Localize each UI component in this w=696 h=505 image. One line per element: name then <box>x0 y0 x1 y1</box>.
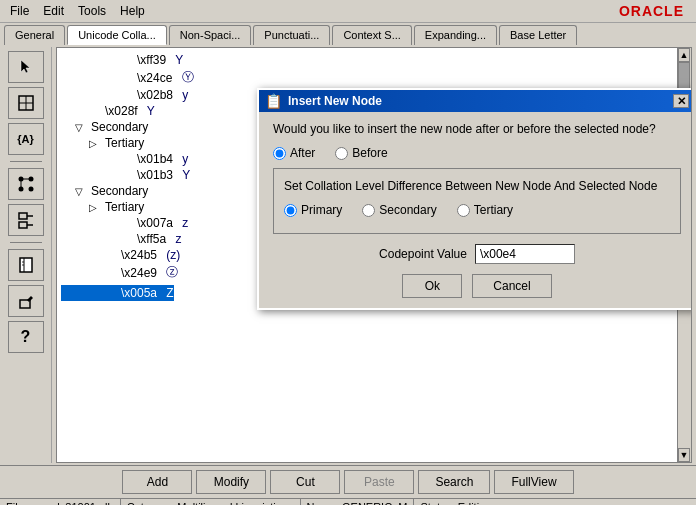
left-toolbar: {A} ? <box>0 47 52 463</box>
menu-help[interactable]: Help <box>114 2 151 20</box>
codepoint-input[interactable] <box>475 244 575 264</box>
oracle-logo: ORACLE <box>619 3 692 19</box>
cut-button[interactable]: Cut <box>270 470 340 494</box>
menu-items: File Edit Tools Help <box>4 2 151 20</box>
primary-label: Primary <box>301 203 342 217</box>
after-label: After <box>290 146 315 160</box>
codepoint-label: Codepoint Value <box>379 247 467 261</box>
tertiary-label: Tertiary <box>474 203 513 217</box>
menu-file[interactable]: File <box>4 2 35 20</box>
add-button[interactable]: Add <box>122 470 192 494</box>
before-radio[interactable] <box>335 147 348 160</box>
dialog-body: Would you like to insert the new node af… <box>259 112 692 308</box>
secondary-label: Secondary <box>379 203 436 217</box>
after-option[interactable]: After <box>273 146 315 160</box>
tertiary-option[interactable]: Tertiary <box>457 203 513 217</box>
tab-expanding[interactable]: Expanding... <box>414 25 497 45</box>
tab-unicode-colla[interactable]: Unicode Colla... <box>67 25 167 45</box>
menu-tools[interactable]: Tools <box>72 2 112 20</box>
dialog-titlebar: 📋 Insert New Node ✕ <box>259 90 692 112</box>
svg-rect-11 <box>19 222 27 228</box>
content-wrapper: {A} ? \xff39 <box>0 45 696 498</box>
tab-general[interactable]: General <box>4 25 65 45</box>
cancel-button[interactable]: Cancel <box>472 274 551 298</box>
before-option[interactable]: Before <box>335 146 387 160</box>
before-label: Before <box>352 146 387 160</box>
svg-rect-9 <box>19 213 27 219</box>
braces-tool-btn[interactable]: {A} <box>8 123 44 155</box>
toolbar-sep-1 <box>10 161 42 162</box>
menu-bar: File Edit Tools Help ORACLE <box>0 0 696 23</box>
collation-label: Set Collation Level Difference Between N… <box>284 177 670 195</box>
menu-edit[interactable]: Edit <box>37 2 70 20</box>
fullview-button[interactable]: FullView <box>494 470 573 494</box>
dialog-buttons: Ok Cancel <box>273 274 681 298</box>
dialog-question: Would you like to insert the new node af… <box>273 122 681 136</box>
secondary-radio[interactable] <box>362 204 375 217</box>
position-options-row: After Before <box>273 146 681 160</box>
search-button[interactable]: Search <box>418 470 490 494</box>
expand-tool-btn[interactable] <box>8 204 44 236</box>
tertiary-radio[interactable] <box>457 204 470 217</box>
tab-context-s[interactable]: Context S... <box>332 25 411 45</box>
bottom-toolbar: Add Modify Cut Paste Search FullView <box>0 465 696 498</box>
codepoint-row: Codepoint Value <box>273 244 681 264</box>
status-editing: Status: Editing <box>414 499 696 505</box>
status-filename: Filename: lx31001.nlb <box>0 499 121 505</box>
after-radio[interactable] <box>273 147 286 160</box>
primary-radio[interactable] <box>284 204 297 217</box>
tab-non-spaci[interactable]: Non-Spaci... <box>169 25 252 45</box>
book-tool-btn[interactable] <box>8 249 44 281</box>
nodes-tool-btn[interactable] <box>8 168 44 200</box>
insert-node-dialog: 📋 Insert New Node ✕ Would you like to in… <box>257 88 692 310</box>
svg-rect-13 <box>20 258 32 272</box>
level-options-row: Primary Secondary Tertiary <box>284 203 670 217</box>
status-name: Name: GENERIC_M <box>301 499 415 505</box>
secondary-option[interactable]: Secondary <box>362 203 436 217</box>
ok-button[interactable]: Ok <box>402 274 462 298</box>
select-tool-btn[interactable] <box>8 87 44 119</box>
tree-area[interactable]: \xff39 Y \x24ce Ⓨ \x02b8 y <box>56 47 692 463</box>
svg-point-6 <box>28 187 33 192</box>
primary-option[interactable]: Primary <box>284 203 342 217</box>
tab-punctuati[interactable]: Punctuati... <box>253 25 330 45</box>
tab-base-letter[interactable]: Base Letter <box>499 25 577 45</box>
dialog-overlay: 📋 Insert New Node ✕ Would you like to in… <box>57 48 691 462</box>
modify-button[interactable]: Modify <box>196 470 266 494</box>
status-bar: Filename: lx31001.nlb Category: Multilin… <box>0 498 696 505</box>
tab-bar: General Unicode Colla... Non-Spaci... Pu… <box>0 23 696 45</box>
dialog-close-button[interactable]: ✕ <box>673 94 689 108</box>
collation-section: Set Collation Level Difference Between N… <box>273 168 681 234</box>
dialog-title: Insert New Node <box>288 94 673 108</box>
dialog-icon: 📋 <box>265 93 282 109</box>
status-category: Category: Multilingual Linguistic ... <box>121 499 301 505</box>
paste-button[interactable]: Paste <box>344 470 414 494</box>
help-tool-btn[interactable]: ? <box>8 321 44 353</box>
cursor-tool-btn[interactable] <box>8 51 44 83</box>
edit-tool-btn[interactable] <box>8 285 44 317</box>
toolbar-sep-2 <box>10 242 42 243</box>
